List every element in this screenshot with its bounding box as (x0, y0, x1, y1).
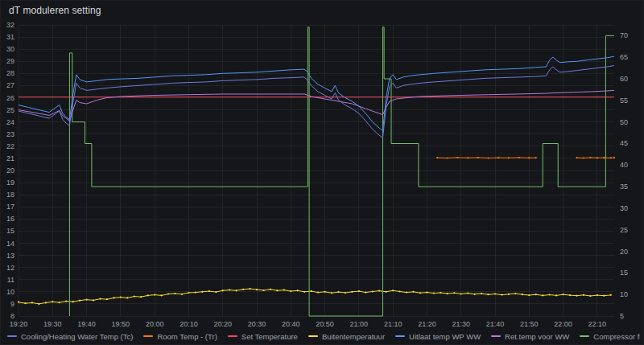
series-marker (497, 157, 499, 158)
legend-item[interactable]: Compressor frequentie (580, 332, 640, 341)
series-marker (303, 291, 305, 293)
y-axis-right-label: 65 (620, 53, 628, 61)
legend-item[interactable]: Cooling/Heating Water Temp (Tc) (7, 332, 133, 341)
legend-label: Buitentemperatuur (322, 332, 385, 341)
series-marker (24, 302, 26, 304)
series-marker (229, 290, 230, 291)
x-axis-label: 21:50 (520, 320, 539, 328)
series-marker (528, 294, 530, 296)
series-marker (412, 291, 414, 293)
series-marker (528, 157, 530, 158)
series-marker (613, 157, 615, 158)
series-marker (256, 289, 258, 290)
y-axis-right-label: 45 (620, 139, 628, 147)
legend-series-color-icon (395, 335, 405, 337)
grafana-panel: dT moduleren setting 8910111213141516171… (0, 0, 644, 345)
series-marker (72, 301, 74, 302)
series-marker (589, 157, 591, 158)
series-marker (392, 290, 394, 291)
series-line (19, 56, 614, 130)
series-marker (106, 298, 108, 300)
legend-label: Uitlaat temp WP WW (409, 332, 481, 341)
series-marker (351, 291, 353, 293)
legend-label: Cooling/Heating Water Temp (Tc) (21, 332, 133, 341)
series-marker (317, 292, 319, 294)
series-line (19, 66, 614, 138)
series-marker (222, 290, 224, 291)
series-marker (45, 302, 47, 303)
time-series-plot[interactable]: 8910111213141516171819202122232425262728… (1, 1, 644, 345)
legend-series-color-icon (308, 335, 318, 337)
y-axis-left-label: 14 (6, 240, 14, 248)
series-marker (378, 290, 380, 292)
legend-item[interactable]: Set Temperature (228, 332, 298, 341)
y-axis-right-label: 10 (620, 290, 628, 298)
legend-item[interactable]: Room Temp - (Tr) (143, 332, 217, 341)
series-marker (215, 291, 217, 293)
x-axis-label: 21:30 (452, 320, 470, 328)
y-axis-left-label: 23 (6, 130, 14, 138)
y-axis-left-label: 8 (10, 312, 14, 320)
series-marker (283, 290, 285, 291)
legend-series-color-icon (580, 335, 589, 337)
series-marker (440, 292, 441, 294)
legend-series-color-icon (7, 335, 17, 337)
series-marker (603, 295, 605, 297)
series-marker (167, 293, 169, 294)
series-marker (436, 157, 438, 158)
series-marker (93, 299, 94, 301)
series-marker (120, 297, 122, 298)
series-marker (501, 294, 502, 296)
y-axis-right-label: 5 (620, 312, 624, 320)
series-marker (426, 292, 427, 294)
x-axis-label: 21:10 (384, 320, 402, 328)
x-axis-label: 20:20 (213, 320, 232, 328)
series-marker (154, 294, 155, 296)
series-marker (324, 291, 326, 293)
x-axis-label: 22:00 (554, 320, 572, 328)
series-marker (583, 157, 584, 158)
series-marker (522, 294, 523, 295)
series-marker (477, 157, 479, 158)
x-axis-label: 19:50 (112, 320, 130, 328)
x-axis-label: 21:40 (486, 320, 505, 328)
y-axis-left-label: 25 (6, 106, 14, 114)
legend-label: Set Temperature (242, 332, 298, 341)
series-marker (597, 294, 598, 296)
x-axis-label: 22:10 (588, 320, 607, 328)
series-marker (126, 297, 128, 298)
series-marker (419, 292, 421, 294)
series-marker (208, 290, 210, 292)
series-marker (365, 292, 366, 294)
series-marker (447, 157, 448, 158)
series-line (577, 158, 615, 158)
series-marker (542, 294, 543, 296)
series-marker (113, 297, 114, 298)
series-marker (576, 295, 577, 297)
series-marker (508, 294, 510, 295)
series-marker (535, 157, 537, 158)
series-marker (188, 292, 189, 294)
y-axis-left-label: 22 (6, 142, 14, 150)
legend-item[interactable]: Ret.temp voor WW (491, 332, 569, 341)
legend-item[interactable]: Buitentemperatuur (308, 332, 385, 341)
x-axis-label: 20:40 (282, 320, 300, 328)
series-marker (134, 296, 135, 298)
y-axis-left-label: 20 (6, 166, 14, 175)
series-marker (99, 298, 101, 300)
legend-label: Room Temp - (Tr) (157, 332, 217, 341)
series-marker (386, 291, 387, 293)
series-marker (535, 294, 537, 295)
series-marker (610, 157, 612, 158)
series-marker (508, 157, 510, 158)
x-axis-label: 21:00 (350, 320, 369, 328)
series-marker (331, 292, 332, 294)
legend-item[interactable]: Uitlaat temp WP WW (395, 332, 481, 341)
legend-label: Compressor frequentie (593, 332, 640, 341)
series-marker (337, 291, 339, 293)
series-marker (494, 293, 496, 294)
series-marker (147, 294, 149, 296)
x-axis-label: 20:00 (146, 320, 164, 328)
series-marker (474, 294, 476, 295)
y-axis-left-label: 27 (6, 81, 14, 89)
